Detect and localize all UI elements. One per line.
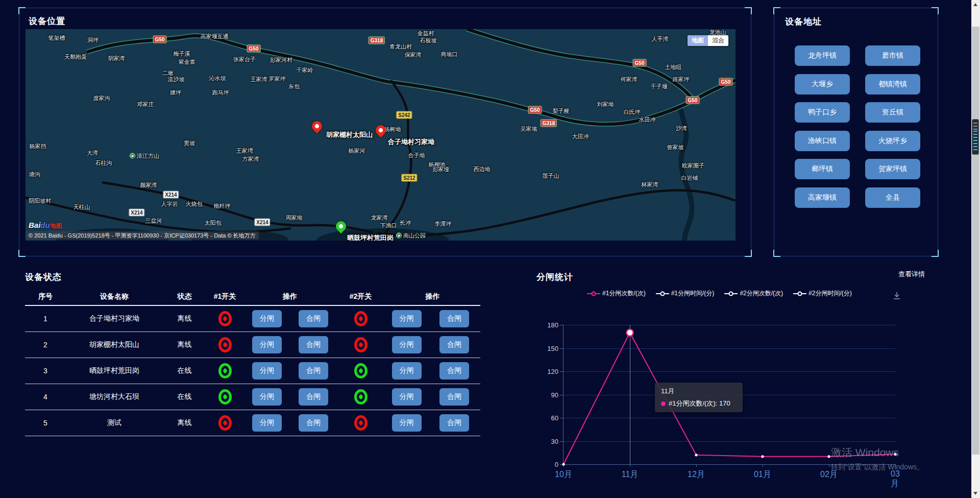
- address-button-7[interactable]: 渔峡口镇: [795, 131, 850, 151]
- address-button-3[interactable]: 大堰乡: [795, 74, 850, 94]
- address-button-10[interactable]: 贺家坪镇: [865, 159, 920, 179]
- download-icon[interactable]: [892, 291, 901, 302]
- close-switch1-button[interactable]: 合闸: [299, 388, 328, 406]
- sw2-indicator-cell: [336, 337, 385, 352]
- close-switch1-button[interactable]: 合闸: [299, 336, 328, 353]
- map-place-label: 人字岩: [161, 200, 178, 208]
- close-switch2-button[interactable]: 合闸: [439, 414, 469, 432]
- scrollbar-thumb[interactable]: [972, 27, 979, 455]
- scrollbar-up-arrow[interactable]: [973, 3, 977, 6]
- close-switch2-button[interactable]: 合闸: [439, 388, 469, 406]
- address-button-5[interactable]: 鸭子口乡: [795, 102, 850, 123]
- address-button-8[interactable]: 火烧坪乡: [865, 131, 920, 151]
- close-switch1-button[interactable]: 合闸: [299, 414, 328, 432]
- map-place-label: 干子堰: [651, 83, 668, 90]
- legend-dot: [660, 291, 665, 296]
- baidu-map[interactable]: 笔架槽洞坪天鹅抱蛋胡家湾高家堰互通梅子溪紫金寨二墩流沙坡沁水坝腰坪跑马坪渡家沟邓…: [26, 29, 736, 241]
- address-button-9[interactable]: 榔坪镇: [795, 159, 850, 179]
- map-place-label: 天鹅抱蛋: [64, 53, 87, 61]
- sw2-indicator: [354, 389, 368, 405]
- close-switch2-button[interactable]: 合闸: [439, 362, 469, 380]
- map-place-label: 笔架槽: [48, 34, 65, 42]
- device-name-cell: 合子坳村习家坳: [66, 314, 163, 323]
- map-place-label: 白氏坪: [624, 108, 641, 116]
- map-place-label: 大田冲: [572, 133, 589, 140]
- map-place-label: 人手湾: [652, 35, 669, 43]
- open-switch2-button[interactable]: 分闸: [392, 336, 422, 353]
- road-badge-g318: G318: [369, 37, 385, 44]
- map-place-label: 天柱山: [74, 203, 90, 211]
- x-axis-label: 12月: [688, 469, 705, 480]
- sw2-indicator: [354, 337, 368, 352]
- status-cell: 在线: [163, 366, 206, 375]
- x-tick: [696, 464, 697, 467]
- page-scrollbar[interactable]: [971, 0, 980, 498]
- close-switch1-button[interactable]: 合闸: [299, 310, 328, 327]
- x-tick: [895, 464, 896, 467]
- park-icon: ♣: [396, 233, 402, 239]
- legend-item-4[interactable]: #2分闸时间/(分): [793, 289, 852, 298]
- open-switch1-button[interactable]: 分闸: [252, 388, 282, 406]
- map-place-label: 跑马坪: [212, 89, 229, 97]
- address-button-6[interactable]: 资丘镇: [865, 102, 920, 123]
- close-switch2-button[interactable]: 合闸: [439, 336, 469, 353]
- map-place-label: 水田冲: [639, 116, 656, 124]
- address-button-2[interactable]: 磨市镇: [865, 45, 920, 66]
- sw1-indicator: [218, 389, 232, 405]
- y-axis-label: 150: [541, 344, 558, 352]
- scrollbar-down-arrow[interactable]: [973, 492, 977, 495]
- map-place-label: 长冲: [400, 219, 411, 227]
- open-switch1-button[interactable]: 分闸: [252, 414, 282, 432]
- close-switch1-button[interactable]: 合闸: [299, 362, 328, 380]
- close-switch2-button[interactable]: 合闸: [439, 310, 469, 327]
- op-cell: 合闸: [290, 388, 336, 406]
- road-badge-s242: S242: [396, 111, 412, 119]
- road-badge-g50: G50: [528, 106, 542, 114]
- legend-item-3[interactable]: #2分闸次数/(次): [724, 289, 783, 298]
- view-details-link[interactable]: 查看详情: [898, 270, 925, 279]
- y-tick: [560, 348, 563, 349]
- map-place-label: 龙家湾: [371, 214, 388, 222]
- x-tick: [630, 464, 630, 467]
- op-cell: 合闸: [290, 336, 336, 353]
- y-axis-label: 30: [541, 437, 558, 445]
- address-button-4[interactable]: 都镇湾镇: [865, 74, 920, 94]
- corner-bracket: [745, 7, 752, 14]
- legend-item-2[interactable]: #1分闸时间/(分): [656, 289, 715, 298]
- road-badge-x214: X214: [129, 209, 144, 217]
- sw1-indicator: [218, 337, 232, 352]
- map-place-label: 彭家河村: [270, 56, 292, 64]
- address-button-11[interactable]: 高家堰镇: [795, 187, 850, 208]
- map-place-label: 流沙坡: [168, 76, 185, 83]
- legend-dot: [729, 291, 733, 296]
- open-switch1-button[interactable]: 分闸: [252, 362, 282, 380]
- map-place-label: 大湾: [87, 149, 98, 157]
- open-switch2-button[interactable]: 分闸: [392, 310, 422, 327]
- map-place-label: 沙湾: [676, 125, 687, 132]
- map-place-label: 石板坡: [420, 37, 437, 44]
- legend-dot: [798, 291, 802, 296]
- scroll-indicator-widget[interactable]: [972, 119, 979, 155]
- open-switch2-button[interactable]: 分闸: [392, 414, 422, 432]
- x-tick: [829, 464, 829, 467]
- status-cell: 离线: [163, 314, 206, 323]
- table-row: 5测试离线分闸合闸分闸合闸: [25, 410, 480, 436]
- header-op1: 操作: [243, 292, 336, 301]
- sw1-indicator-cell: [206, 363, 243, 378]
- map-type-hybrid[interactable]: 混合: [708, 35, 728, 46]
- road-badge-s212: S212: [401, 174, 417, 182]
- open-switch1-button[interactable]: 分闸: [252, 336, 282, 353]
- device-name-cell: 胡家棚村太阳山: [66, 340, 163, 349]
- map-type-toggle[interactable]: 地图 混合: [688, 35, 728, 46]
- map-place-label: 合子坳: [408, 152, 425, 159]
- legend-item-1[interactable]: #1分闸次数/(次): [587, 289, 646, 298]
- open-switch1-button[interactable]: 分闸: [252, 310, 282, 327]
- open-switch2-button[interactable]: 分闸: [392, 362, 422, 380]
- address-button-1[interactable]: 龙舟坪镇: [795, 45, 850, 66]
- open-switch2-button[interactable]: 分闸: [392, 388, 422, 406]
- address-button-12[interactable]: 全县: [865, 187, 920, 208]
- data-point: [761, 455, 764, 458]
- map-type-map[interactable]: 地图: [688, 35, 708, 46]
- map-pin-label: 晒鼓坪村荒田岗: [347, 233, 394, 241]
- map-place-label: 东包: [288, 83, 300, 90]
